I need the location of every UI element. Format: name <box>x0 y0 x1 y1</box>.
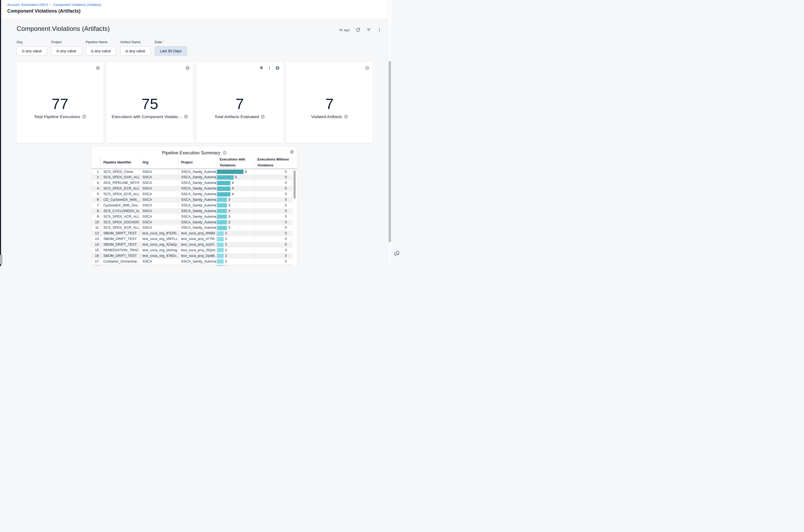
row-index: 7 <box>92 203 101 208</box>
row-index: 17 <box>92 259 101 264</box>
row-index: 14 <box>92 242 101 247</box>
table-row: 10 SCS_SPDX_DOCKER_… SSCA SSCA_Sanity_Au… <box>92 220 293 225</box>
cell-org: SSCA <box>139 259 178 264</box>
filter-org-value[interactable]: is any value <box>17 46 47 56</box>
row-index: 3 <box>92 180 101 186</box>
column-header-pipeline-identifier[interactable]: Pipeline Identifier <box>100 157 139 169</box>
column-header-org[interactable]: Org <box>139 157 178 169</box>
breadcrumb-account-link[interactable]: Account: Automation-SSCA <box>7 3 48 7</box>
cell-pipeline-identifier: CycloneDX_With_Doc… <box>100 203 139 208</box>
table-row: 17 Container_Orchestrat… SSCA SSCA_Sanit… <box>92 259 293 264</box>
filter-project-value[interactable]: is any value <box>51 46 82 56</box>
cell-org: SSCA <box>139 220 178 225</box>
row-index: 5 <box>92 191 101 197</box>
cell-pipeline-identifier: SBOM_DRIFT_TEST <box>100 253 139 259</box>
column-header-project[interactable]: Project <box>178 157 217 169</box>
metric-label: Total Pipeline Executions <box>17 114 104 119</box>
cell-pipeline-identifier: SCS_SPDX_DOCKER_… <box>100 220 139 225</box>
violations-bar-value: 2 <box>225 236 227 242</box>
cell-project: SSCA_Sanity_Automa… <box>178 225 217 231</box>
violations-bar-value: 8 <box>245 169 247 175</box>
kebab-menu-icon[interactable] <box>377 27 382 32</box>
info-icon[interactable] <box>223 151 227 155</box>
filter-icon[interactable] <box>366 27 371 32</box>
cell-executions-without-violations: 0 <box>254 186 293 191</box>
globe-icon[interactable] <box>365 66 370 70</box>
card-total-pipeline-executions: 77 Total Pipeline Executions <box>17 62 104 143</box>
filter-date-value[interactable]: Last 90 Days <box>155 46 187 56</box>
cell-executions-without-violations: 0 <box>254 174 293 180</box>
filter-org: Org is any value <box>17 40 47 56</box>
violations-bar <box>217 243 224 247</box>
row-index: 8 <box>92 208 101 214</box>
info-icon[interactable] <box>184 115 188 119</box>
violations-bar-value: 3 <box>228 203 230 208</box>
globe-icon[interactable] <box>290 150 294 154</box>
globe-icon[interactable] <box>185 66 190 70</box>
cell-project: SSCA_Sanity_Automa… <box>178 180 217 186</box>
filter-date-label: Date* <box>155 40 187 44</box>
cell-org: SSCA <box>139 180 178 186</box>
cell-org: test_ssca_org_479Gc… <box>139 253 178 259</box>
table-row: 11 SCS_SPDX_ECR_ALL_… SSCA SSCA_Sanity_A… <box>92 225 293 231</box>
table-body: 1 SCS_SPDX_Clone SSCA SSCA_Sanity_Automa… <box>92 169 297 266</box>
cell-executions-with-violations: 2 <box>217 236 254 242</box>
violations-bar <box>217 192 230 196</box>
row-index: 9 <box>92 214 101 220</box>
cell-pipeline-identifier: SCS_SPDX_ECR_ALL_… <box>100 225 139 231</box>
column-header-executions-with-violations[interactable]: Executions with Violations <box>217 157 254 169</box>
cell-org: SSCA <box>139 208 178 214</box>
violations-bar-value: 3 <box>228 208 230 214</box>
info-icon[interactable] <box>261 115 265 119</box>
table-row: 8 SCS_CYCLONEDX_GA… SSCA SSCA_Sanity_Aut… <box>92 208 293 214</box>
cell-project: SSCA_Sanity_Automa… <box>178 169 217 175</box>
table-row: 7 CycloneDX_With_Doc… SSCA SSCA_Sanity_A… <box>92 203 293 208</box>
info-icon[interactable] <box>82 115 86 119</box>
violations-bar <box>217 214 227 219</box>
table-row: 5 SCS_SPDX_ECR_ALL_… SSCA SSCA_Sanity_Au… <box>92 191 293 197</box>
breadcrumb-current-link[interactable]: Component Violations (Artifacts) <box>53 3 101 7</box>
cell-org: test_ssca_org_XZalzy… <box>139 242 178 247</box>
cell-pipeline-identifier: SCS_SPDX_ACR_ALL… <box>100 214 139 220</box>
cell-executions-with-violations: 2 <box>217 259 254 264</box>
table-title-row: Pipeline Execution Summary <box>92 150 297 156</box>
kebab-menu-icon[interactable] <box>267 66 272 70</box>
cell-org: SSCA <box>139 186 178 191</box>
cell-project <box>178 264 217 266</box>
globe-icon[interactable] <box>96 66 100 70</box>
breadcrumb: Account: Automation-SSCA › Component Vio… <box>7 3 392 7</box>
metric-cards: 77 Total Pipeline Executions 75 Executio… <box>17 62 373 143</box>
cell-org: test_ssca_org_VMTLz… <box>139 236 178 242</box>
info-icon[interactable] <box>344 115 348 119</box>
cell-executions-with-violations: 3 <box>217 208 254 214</box>
metric-label: Executions with Component Violatio… <box>106 114 193 119</box>
cell-executions-with-violations: 3 <box>217 225 254 231</box>
column-header-executions-without-violations[interactable]: Executions Without Violations <box>254 157 293 169</box>
filter-pipeline-name-value[interactable]: is any value <box>86 46 116 56</box>
sidebar-resize-handle[interactable] <box>0 255 2 264</box>
violations-bar-value: 4 <box>232 191 233 197</box>
table-row: 12 SBOM_DRIFT_TEST test_ssca_org_tF5Zf0…… <box>92 231 293 236</box>
collapsed-sidebar-edge <box>0 0 1 266</box>
refresh-icon[interactable] <box>356 27 360 32</box>
table-title: Pipeline Execution Summary <box>162 150 220 156</box>
dashboard-title: Component Violations (Artifacts) <box>17 25 110 33</box>
alert-bell-plus-icon[interactable] <box>259 66 264 70</box>
table-scrollbar-thumb[interactable] <box>294 170 296 198</box>
violations-bar-value: 2 <box>225 264 227 266</box>
violations-bar <box>217 203 227 208</box>
violations-bar <box>217 187 230 191</box>
filter-artifact-name-value[interactable]: is any value <box>120 46 151 56</box>
page-scrollbar-thumb[interactable] <box>389 61 391 242</box>
cell-executions-without-violations <box>254 264 293 266</box>
cell-project: test_ssca_proj_cF7I9… <box>178 236 217 242</box>
cell-executions-without-violations: 0 <box>254 197 293 203</box>
globe-icon[interactable] <box>275 66 280 70</box>
row-index: 16 <box>92 253 101 259</box>
filter-artifact-name: Artifact Name is any value <box>120 40 151 56</box>
chat-support-icon[interactable] <box>394 250 400 256</box>
violations-bar-value: 3 <box>228 214 230 220</box>
cell-pipeline-identifier: CD_CycloneDX_With_… <box>100 197 139 203</box>
cell-pipeline-identifier: SBOM_DRIFT_TEST <box>100 236 139 242</box>
cell-executions-without-violations: 0 <box>254 220 293 225</box>
